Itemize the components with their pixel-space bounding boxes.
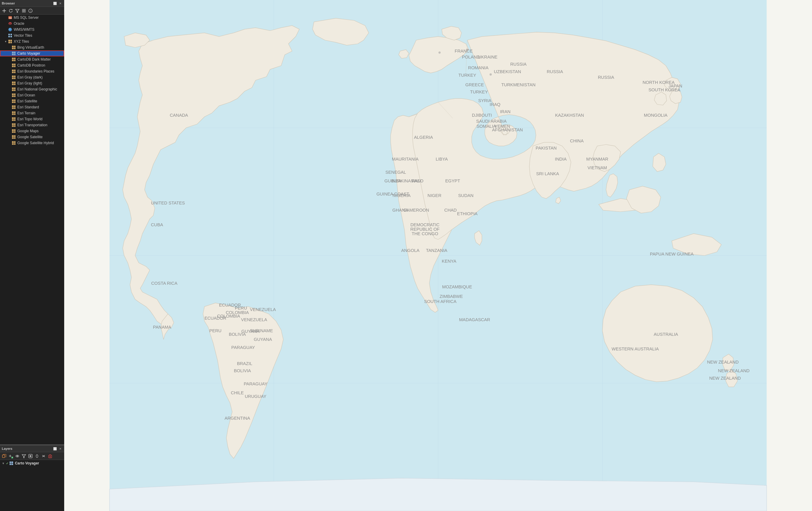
esri-gray-light-icon bbox=[11, 81, 16, 86]
browser-refresh-icon[interactable] bbox=[8, 8, 13, 13]
layers-collapse-icon[interactable] bbox=[41, 453, 46, 459]
layers-header-icons: ⬜ ✕ bbox=[53, 447, 62, 451]
wms-label: WMS/WMTS bbox=[14, 27, 34, 32]
browser-panel: Browser ⬜ ✕ i bbox=[0, 0, 64, 445]
layers-remove-icon[interactable] bbox=[48, 453, 53, 459]
svg-text:SUDAN: SUDAN bbox=[458, 193, 473, 198]
svg-text:IRAN: IRAN bbox=[500, 109, 511, 114]
expand-arrow-esri-standard bbox=[8, 106, 11, 109]
layers-visibility-icon[interactable] bbox=[14, 453, 20, 459]
tree-item-cartodb-positron[interactable]: CartoDB Positron bbox=[0, 62, 64, 68]
svg-text:VENEZUELA: VENEZUELA bbox=[241, 317, 267, 322]
svg-text:SRI LANKA: SRI LANKA bbox=[536, 171, 559, 176]
tree-item-cartodb-dark[interactable]: CartoDB Dark Matter bbox=[0, 56, 64, 62]
google-sat-icon bbox=[11, 134, 16, 140]
layers-tree: ▼ ✓ Carto Voyager bbox=[0, 460, 64, 511]
svg-text:KENYA: KENYA bbox=[442, 259, 457, 264]
svg-text:DJIBOUTI: DJIBOUTI bbox=[472, 113, 492, 118]
svg-text:URUGUAY: URUGUAY bbox=[245, 394, 266, 399]
vector-tiles-label: Vector Tiles bbox=[14, 33, 32, 38]
tree-item-bing[interactable]: Bing VirtualEarth bbox=[0, 44, 64, 51]
svg-point-23 bbox=[30, 455, 31, 457]
expand-arrow-esri-terrain bbox=[8, 112, 11, 115]
layers-maximize-icon[interactable]: ⬜ bbox=[53, 447, 57, 451]
esri-terrain-icon bbox=[11, 111, 16, 116]
svg-text:COLOMBIA: COLOMBIA bbox=[226, 310, 249, 315]
svg-text:GHANA: GHANA bbox=[392, 208, 408, 212]
esri-gray-dark-icon bbox=[11, 75, 16, 80]
svg-text:NEW ZEALAND: NEW ZEALAND bbox=[709, 376, 741, 381]
tree-item-ms-sql[interactable]: SQL MS SQL Server bbox=[0, 14, 64, 21]
esri-bp-icon bbox=[11, 69, 16, 74]
browser-maximize-icon[interactable]: ⬜ bbox=[53, 1, 57, 5]
tree-item-carto-voyager[interactable]: Carto Voyager bbox=[0, 51, 64, 56]
browser-collapse-icon[interactable] bbox=[21, 8, 27, 13]
svg-text:VIETNAM: VIETNAM bbox=[587, 166, 607, 170]
svg-point-20 bbox=[17, 455, 18, 457]
map-container[interactable]: CANADA UNITED STATES BRAZIL ARGENTINA CH… bbox=[64, 0, 812, 511]
tree-item-esri-ocean[interactable]: Esri Ocean bbox=[0, 92, 64, 98]
tree-item-vector-tiles[interactable]: Vector Tiles bbox=[0, 33, 64, 38]
expand-arrow-esri-transport bbox=[8, 124, 11, 126]
layers-style-icon[interactable] bbox=[28, 453, 33, 459]
browser-filter-icon[interactable] bbox=[14, 8, 20, 13]
svg-text:SAUDI ARABIA: SAUDI ARABIA bbox=[476, 119, 506, 124]
tree-item-esri-natgeo[interactable]: Esri National Geographic bbox=[0, 86, 64, 92]
layer-visible-check: ✓ bbox=[6, 462, 8, 465]
cartodb-positron-label: CartoDB Positron bbox=[17, 63, 45, 67]
layers-expand-icon[interactable] bbox=[34, 453, 40, 459]
svg-text:KAZAKHSTAN: KAZAKHSTAN bbox=[555, 113, 584, 118]
tree-item-esri-terrain[interactable]: Esri Terrain bbox=[0, 110, 64, 116]
browser-tree: SQL MS SQL Server Oracle WMS/WMTS bbox=[0, 14, 64, 445]
svg-text:SOMALIA: SOMALIA bbox=[476, 124, 496, 129]
expand-arrow-esri-topo bbox=[8, 118, 11, 121]
esri-natgeo-icon bbox=[11, 87, 16, 92]
svg-text:BOLIVIA: BOLIVIA bbox=[234, 368, 251, 373]
layer-item-carto-voyager[interactable]: ▼ ✓ Carto Voyager bbox=[0, 460, 64, 467]
esri-topo-label: Esri Topo World bbox=[17, 117, 42, 121]
esri-transport-label: Esri Transportation bbox=[17, 123, 48, 127]
svg-point-125 bbox=[466, 49, 468, 51]
tree-item-oracle[interactable]: Oracle bbox=[0, 21, 64, 27]
svg-text:ANGOLA: ANGOLA bbox=[401, 248, 419, 253]
tree-item-google-maps[interactable]: Google Maps bbox=[0, 128, 64, 134]
cartodb-positron-icon bbox=[11, 63, 16, 68]
left-panel: Browser ⬜ ✕ i bbox=[0, 0, 64, 511]
layer-expand-arrow: ▼ bbox=[2, 462, 5, 465]
tree-item-esri-standard[interactable]: Esri Standard bbox=[0, 104, 64, 110]
tree-item-esri-satellite[interactable]: Esri Satellite bbox=[0, 98, 64, 104]
svg-text:RUSSIA: RUSSIA bbox=[510, 62, 527, 66]
tree-item-google-sat[interactable]: Google Satellite bbox=[0, 134, 64, 140]
main-map-area: CANADA UNITED STATES BRAZIL ARGENTINA CH… bbox=[64, 0, 812, 511]
svg-text:UKRAINE: UKRAINE bbox=[478, 55, 497, 59]
layers-add-icon[interactable]: + bbox=[8, 453, 13, 459]
svg-text:THE CONGO: THE CONGO bbox=[412, 231, 438, 236]
tree-item-xyz-tiles[interactable]: ▼ XYZ Tiles bbox=[0, 38, 64, 44]
svg-text:WESTERN AUSTRALIA: WESTERN AUSTRALIA bbox=[612, 347, 659, 351]
esri-ocean-label: Esri Ocean bbox=[17, 93, 35, 97]
layers-open-icon[interactable] bbox=[1, 453, 7, 459]
expand-arrow-ms-sql bbox=[4, 16, 7, 19]
tree-item-esri-gray-dark[interactable]: Esri Gray (dark) bbox=[0, 74, 64, 80]
tree-item-esri-bp[interactable]: Esri Boundaries Places bbox=[0, 68, 64, 74]
svg-text:AUSTRALIA: AUSTRALIA bbox=[654, 332, 678, 337]
svg-text:CHILE: CHILE bbox=[231, 390, 243, 395]
tree-item-esri-gray-light[interactable]: Esri Gray (light) bbox=[0, 80, 64, 86]
svg-text:ARGENTINA: ARGENTINA bbox=[225, 416, 250, 421]
svg-text:TURKMENISTAN: TURKMENISTAN bbox=[501, 82, 535, 87]
svg-text:TURKEY: TURKEY bbox=[459, 73, 476, 78]
browser-info-icon[interactable]: i bbox=[28, 8, 33, 13]
tree-item-esri-transport[interactable]: Esri Transportation bbox=[0, 122, 64, 128]
svg-rect-14 bbox=[2, 455, 5, 457]
browser-add-icon[interactable] bbox=[1, 8, 7, 13]
esri-gray-dark-label: Esri Gray (dark) bbox=[17, 75, 43, 80]
layers-close-icon[interactable]: ✕ bbox=[58, 447, 62, 451]
svg-point-13 bbox=[9, 22, 12, 24]
svg-text:MONGOLIA: MONGOLIA bbox=[644, 113, 668, 118]
browser-header-icons: ⬜ ✕ bbox=[53, 1, 62, 5]
browser-close-icon[interactable]: ✕ bbox=[58, 1, 62, 5]
tree-item-google-sat-hybrid[interactable]: Google Satellite Hybrid bbox=[0, 140, 64, 146]
layers-filter-icon[interactable] bbox=[21, 453, 27, 459]
tree-item-wms[interactable]: WMS/WMTS bbox=[0, 27, 64, 33]
tree-item-esri-topo[interactable]: Esri Topo World bbox=[0, 116, 64, 122]
